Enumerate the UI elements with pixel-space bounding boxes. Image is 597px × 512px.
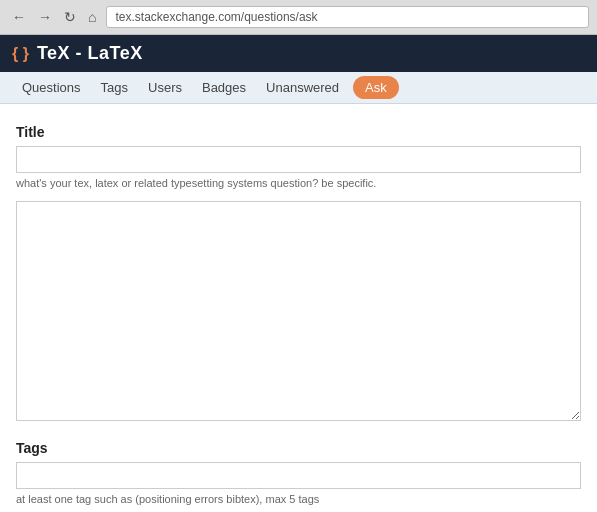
nav-tags[interactable]: Tags (91, 72, 138, 103)
ask-button[interactable]: Ask (353, 76, 399, 99)
tags-field-group: Tags at least one tag such as (positioni… (16, 440, 581, 505)
nav-unanswered[interactable]: Unanswered (256, 72, 349, 103)
title-input[interactable] (16, 146, 581, 173)
tags-label: Tags (16, 440, 581, 456)
home-button[interactable]: ⌂ (84, 7, 100, 27)
tags-input[interactable] (16, 462, 581, 489)
title-field-group: Title what's your tex, latex or related … (16, 124, 581, 189)
site-nav: Questions Tags Users Badges Unanswered A… (0, 72, 597, 104)
reload-button[interactable]: ↻ (60, 7, 80, 27)
nav-badges[interactable]: Badges (192, 72, 256, 103)
title-label: Title (16, 124, 581, 140)
tags-hint: at least one tag such as (positioning er… (16, 493, 581, 505)
nav-users[interactable]: Users (138, 72, 192, 103)
url-text: tex.stackexchange.com/questions/ask (115, 10, 317, 24)
forward-button[interactable]: → (34, 7, 56, 27)
nav-buttons: ← → ↻ ⌂ (8, 7, 100, 27)
nav-questions[interactable]: Questions (12, 72, 91, 103)
logo-text: TeX - LaTeX (37, 43, 143, 64)
logo-icon: { } (12, 45, 29, 63)
browser-chrome: ← → ↻ ⌂ tex.stackexchange.com/questions/… (0, 0, 597, 35)
site-header: { } TeX - LaTeX (0, 35, 597, 72)
body-field-group (16, 195, 581, 424)
body-textarea[interactable] (16, 201, 581, 421)
main-content: Title what's your tex, latex or related … (0, 104, 597, 512)
back-button[interactable]: ← (8, 7, 30, 27)
address-bar[interactable]: tex.stackexchange.com/questions/ask (106, 6, 589, 28)
title-hint: what's your tex, latex or related typese… (16, 177, 581, 189)
